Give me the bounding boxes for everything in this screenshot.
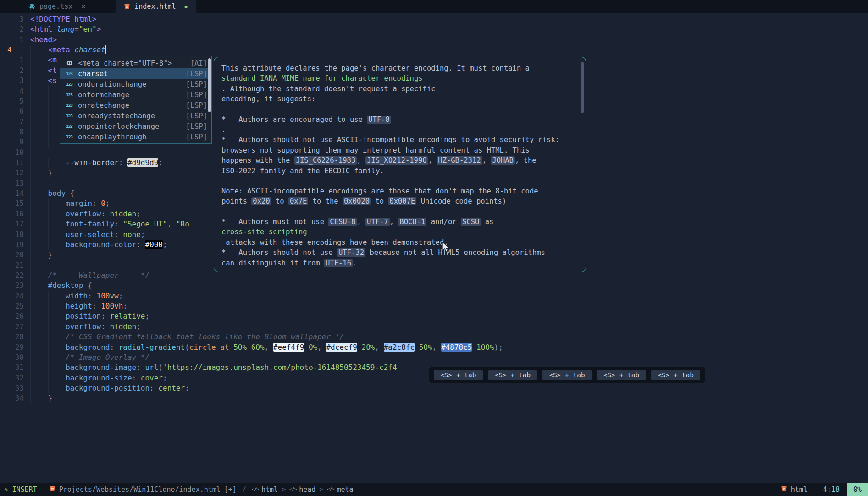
numeric-icon: 123	[64, 113, 74, 118]
file-path: Projects/Websites/Win11Clone/index.html	[59, 485, 221, 494]
doc-text: and/or	[426, 218, 461, 226]
indent-guide	[30, 383, 31, 393]
indent-guide	[30, 209, 31, 219]
code-line[interactable]: 30 /* Image Overlay */	[0, 353, 868, 363]
code-line[interactable]: 2<html lang="en">	[0, 24, 868, 34]
line-text	[30, 455, 868, 465]
code-line[interactable]: 1<head>	[0, 35, 868, 45]
inline-code: 0x007E	[388, 197, 416, 205]
indent-guide	[48, 158, 49, 168]
code-line[interactable]: 26 position: relative;	[0, 311, 868, 321]
indent-guide	[30, 55, 31, 65]
doc-link[interactable]: cross-site scripting	[221, 228, 307, 236]
line-number: 5	[0, 96, 30, 106]
doc-paragraph: * Authors should not use UTF-32 because …	[221, 248, 578, 268]
doc-link[interactable]: standard IANA MIME name for character en…	[221, 74, 423, 83]
tab-page-tsx[interactable]: page.tsx×	[20, 0, 94, 13]
completion-item[interactable]: 123onpointerlockchange[LSP]	[60, 121, 211, 132]
indent-guide	[30, 188, 31, 198]
code-line[interactable]: 27 overflow: hidden;	[0, 322, 868, 332]
code-line[interactable]	[0, 445, 868, 455]
code-line[interactable]: 28 /* CSS Gradient fallback that looks l…	[0, 332, 868, 342]
line-text: height: 100vh;	[30, 301, 868, 311]
indent-guide	[30, 230, 31, 240]
indent-guide	[30, 45, 31, 55]
breadcrumb-item: </>html	[252, 485, 278, 494]
code-line[interactable]: 33 background-position: center;	[0, 383, 868, 393]
line-number: 28	[0, 332, 30, 342]
indent-guide	[48, 137, 49, 147]
hint-chip: <S> + tab	[651, 370, 700, 380]
line-number: 4	[0, 45, 30, 55]
line-number: 1	[0, 55, 30, 65]
line-text: #desktop {	[30, 281, 868, 291]
completion-source: [LSP]	[186, 112, 207, 120]
line-text: /* Image Overlay */	[30, 353, 868, 363]
line-text: /* CSS Gradient fallback that looks like…	[30, 332, 868, 342]
indent-guide	[30, 301, 31, 311]
breadcrumb-label: head	[299, 485, 315, 494]
completion-item[interactable]: 123onratechange[LSP]	[60, 100, 211, 110]
line-number: 2	[0, 66, 30, 76]
code-line[interactable]	[0, 435, 868, 445]
completion-label: ondurationchange	[78, 80, 146, 88]
line-number: 15	[0, 198, 30, 209]
line-number: 1	[0, 35, 30, 45]
completion-item[interactable]: 123ondurationchange[LSP]	[60, 79, 211, 89]
code-line[interactable]: 29 background: radial-gradient(circle at…	[0, 342, 868, 353]
inline-code: BOCU-1	[398, 218, 426, 226]
code-line[interactable]	[0, 424, 868, 434]
indent-guide	[48, 219, 49, 229]
doc-text: ,	[390, 218, 398, 226]
status-bar: ✎ INSERT Projects/Websites/Win11Clone/in…	[0, 483, 868, 496]
close-icon[interactable]: ×	[81, 2, 85, 11]
inline-code: HZ-GB-2312	[437, 156, 482, 165]
completion-item[interactable]: 123onformchange[LSP]	[60, 89, 211, 100]
doc-text: * Authors are encouraged to use	[221, 116, 367, 124]
completion-item[interactable]: <meta charset="UTF-8">[AI]	[60, 58, 211, 68]
line-number: 13	[0, 178, 30, 188]
documentation-scrollbar[interactable]	[581, 62, 584, 113]
doc-text: ,	[357, 156, 365, 165]
code-line[interactable]: 23 #desktop {	[0, 281, 868, 291]
editor-window: page.tsx×index.html● 3<!DOCTYPE html>2<h…	[0, 0, 868, 496]
code-line[interactable]: 24 width: 100vw;	[0, 291, 868, 301]
html-file-icon	[49, 485, 55, 494]
line-number: 34	[0, 393, 30, 403]
code-line[interactable]	[0, 404, 868, 414]
completion-scrollbar[interactable]	[208, 58, 211, 112]
line-number: 3	[0, 76, 30, 86]
indent-guide	[30, 219, 31, 229]
line-text: <!DOCTYPE html>	[30, 14, 868, 24]
code-line[interactable]	[0, 475, 868, 483]
tab-label: index.html	[134, 2, 176, 11]
editor-area[interactable]: 3<!DOCTYPE html>2<html lang="en">1<head>…	[0, 13, 868, 483]
breadcrumb-item: </>meta	[327, 485, 353, 494]
code-line[interactable]	[0, 414, 868, 424]
completion-item[interactable]: 123onreadystatechange[LSP]	[60, 110, 211, 121]
numeric-icon: 123	[64, 92, 74, 97]
line-number: 21	[0, 260, 30, 270]
completion-source: [LSP]	[186, 101, 207, 110]
line-number: 16	[0, 209, 30, 219]
code-line[interactable]: 34 }	[0, 393, 868, 403]
line-number: 31	[0, 363, 30, 373]
tab-index-html[interactable]: index.html●	[116, 0, 195, 13]
code-line[interactable]	[0, 465, 868, 475]
line-number: 30	[0, 353, 30, 363]
line-number	[0, 404, 30, 414]
code-line[interactable]: 3<!DOCTYPE html>	[0, 14, 868, 24]
indent-guide	[30, 393, 31, 403]
indent-guide	[48, 86, 49, 96]
code-tag-icon: </>	[252, 487, 259, 492]
code-line[interactable]: 4 <meta charset	[0, 45, 868, 55]
line-text	[30, 445, 868, 455]
breadcrumb-item: </>head	[289, 485, 315, 494]
code-line[interactable]	[0, 455, 868, 465]
code-line[interactable]: 25 height: 100vh;	[0, 301, 868, 311]
doc-text: ,	[482, 156, 491, 165]
line-number: 6	[0, 106, 30, 116]
line-number: 26	[0, 311, 30, 321]
completion-item[interactable]: 123oncanplaythrough[LSP]	[60, 132, 211, 142]
completion-item[interactable]: 123charset[LSP]	[60, 68, 211, 79]
